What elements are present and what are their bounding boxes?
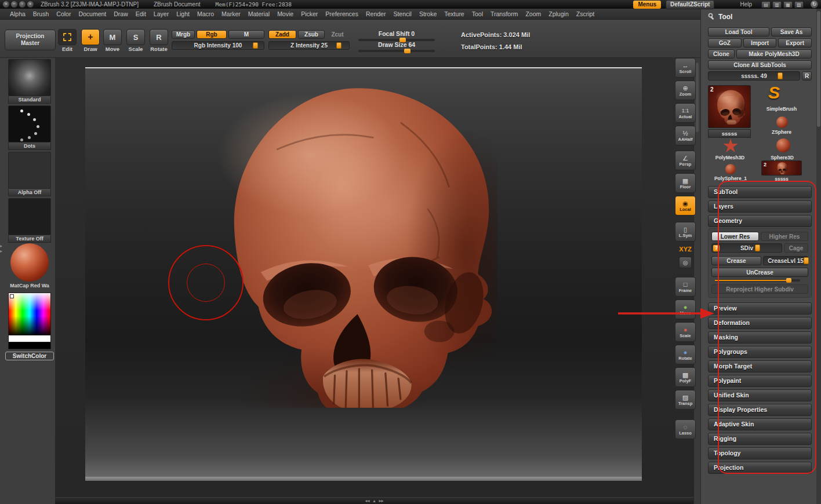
tool-section-header[interactable]: Polypaint: [708, 375, 812, 387]
tool-section-header[interactable]: Preview: [708, 302, 812, 315]
lower-res-button[interactable]: Lower Res: [711, 232, 759, 241]
menu-item[interactable]: Transform: [491, 10, 518, 17]
panel-divider-handle[interactable]: ▸▸: [0, 243, 2, 254]
simplebrush-thumbnail[interactable]: S: [768, 84, 780, 101]
menu-item[interactable]: Draw: [114, 10, 128, 17]
section-geometry[interactable]: Geometry: [708, 215, 812, 227]
sphere3d-thumbnail[interactable]: [776, 138, 790, 152]
menu-item[interactable]: Render: [366, 10, 386, 17]
main-color-swatch[interactable]: [8, 335, 51, 342]
tray-doc3-icon[interactable]: ▦: [783, 1, 793, 8]
section-layers[interactable]: Layers: [708, 200, 812, 213]
color-picker[interactable]: [8, 293, 51, 335]
switch-color-button[interactable]: SwitchColor: [5, 352, 54, 360]
texture-thumbnail[interactable]: [8, 198, 51, 235]
menu-item[interactable]: Document: [78, 10, 106, 17]
menu-item[interactable]: Movie: [277, 10, 293, 17]
zoom-button[interactable]: ⊕ Zoom: [675, 81, 696, 100]
focal-shift-slider[interactable]: Focal Shift 0: [358, 30, 435, 41]
scale-mode-button[interactable]: S Scale: [125, 29, 146, 52]
floor-button[interactable]: ▦ Floor: [675, 173, 696, 193]
scale-3d-button[interactable]: ● Scale: [675, 322, 696, 342]
load-tool-button[interactable]: Load Tool: [708, 27, 769, 36]
tool-section-header[interactable]: Polygroups: [708, 346, 812, 358]
crease-level-slider[interactable]: CreaseLvl 15: [763, 256, 808, 265]
canvas[interactable]: [55, 58, 693, 497]
alpha-selector[interactable]: Alpha Off: [8, 152, 51, 196]
z-intensity-slider[interactable]: Z Intensity 25: [268, 41, 350, 50]
menus-button[interactable]: Menus: [633, 1, 661, 9]
goz-button[interactable]: GoZ: [708, 38, 742, 48]
minimize-icon[interactable]: −: [11, 1, 17, 8]
sssss-thumbnail[interactable]: 2: [761, 160, 802, 176]
draw-size-slider[interactable]: Draw Size 64: [358, 41, 435, 52]
menu-item[interactable]: Light: [176, 10, 190, 17]
tray-doc4-icon[interactable]: ▧: [794, 1, 804, 8]
menu-item[interactable]: Picker: [301, 10, 318, 17]
menu-item[interactable]: Tool: [472, 10, 483, 17]
reproject-button[interactable]: Reproject Higher Subdiv: [711, 284, 808, 294]
scroll-right-icon[interactable]: ▸▸: [379, 498, 384, 503]
move-mode-button[interactable]: M Move: [102, 29, 123, 52]
stroke-selector[interactable]: Dots: [8, 105, 51, 150]
menu-item[interactable]: Brush: [33, 10, 49, 17]
maximize-icon[interactable]: ▫: [19, 1, 26, 8]
menu-item[interactable]: Edit: [136, 10, 146, 17]
tool-section-header[interactable]: Adaptive Skin: [708, 418, 812, 430]
help-menu[interactable]: Help: [740, 1, 752, 8]
clone-all-subtools-button[interactable]: Clone All SubTools: [708, 60, 812, 70]
tool-section-header[interactable]: Morph Target: [708, 360, 812, 372]
rgb-intensity-slider[interactable]: Rgb Intensity 100: [172, 41, 264, 50]
actual-size-button[interactable]: 1:1 Actual: [675, 103, 696, 123]
menu-item[interactable]: Material: [248, 10, 270, 17]
active-tool-thumbnail[interactable]: 2: [708, 85, 751, 128]
menu-item[interactable]: Layer: [154, 10, 169, 17]
menu-item[interactable]: Preferences: [325, 10, 358, 17]
import-button[interactable]: Import: [743, 38, 777, 48]
zcut-button[interactable]: Zcut: [326, 30, 349, 39]
frame-button[interactable]: □ Frame: [675, 277, 696, 297]
menu-item[interactable]: Marker: [221, 10, 241, 17]
menu-item[interactable]: Stroke: [419, 10, 437, 17]
refresh-icon[interactable]: ↻: [811, 1, 818, 8]
default-zscript-button[interactable]: DefaultZScript: [666, 0, 714, 9]
rotate-3d-button[interactable]: ● Rotate: [675, 345, 696, 364]
material-sphere[interactable]: [10, 243, 49, 282]
secondary-color-swatch[interactable]: [8, 342, 51, 349]
crease-button[interactable]: Crease: [711, 256, 761, 265]
texture-selector[interactable]: Texture Off: [8, 198, 51, 243]
lasso-button[interactable]: ◌ Lasso: [675, 419, 696, 439]
tray-doc2-icon[interactable]: ▥: [772, 1, 782, 8]
menu-item[interactable]: Zscript: [576, 10, 595, 17]
menu-item[interactable]: Color: [56, 10, 71, 17]
make-polymesh3d-button[interactable]: Make PolyMesh3D: [736, 49, 812, 59]
panel-scrollbar[interactable]: [816, 9, 821, 504]
polyf-button[interactable]: ▩ PolyF: [675, 367, 696, 387]
stroke-thumbnail[interactable]: [8, 105, 51, 143]
gyro-icon[interactable]: ◎: [679, 257, 692, 268]
menu-item[interactable]: Stencil: [393, 10, 412, 17]
uncrease-button[interactable]: UnCrease: [711, 268, 808, 277]
move-3d-button[interactable]: ● Move: [675, 300, 696, 319]
close-icon[interactable]: ×: [3, 1, 9, 8]
export-button[interactable]: Export: [778, 38, 812, 48]
xyz-button[interactable]: XYZ: [679, 244, 691, 254]
zsub-button[interactable]: Zsub: [298, 30, 325, 39]
lsym-button[interactable]: ▯ L.Sym: [675, 222, 696, 242]
section-subtool[interactable]: SubTool: [708, 186, 812, 198]
horizontal-scrollbar[interactable]: ◂◂ ▴ ▸▸: [55, 497, 693, 504]
m-button[interactable]: M: [228, 30, 264, 39]
transp-button[interactable]: ▨ Transp: [675, 390, 696, 410]
tool-section-header[interactable]: Display Properties: [708, 404, 812, 416]
zsphere-thumbnail[interactable]: [776, 116, 788, 128]
local-button[interactable]: ◉ Local: [675, 196, 696, 216]
draw-mode-button[interactable]: + Draw: [80, 29, 101, 52]
persp-button[interactable]: ∠ Persp: [675, 151, 696, 170]
projection-master-button[interactable]: Projection Master: [5, 30, 56, 50]
polysphere-thumbnail[interactable]: [725, 164, 736, 174]
menu-item[interactable]: Zplugin: [548, 10, 568, 17]
edit-mode-button[interactable]: Edit: [57, 29, 78, 52]
brush-thumbnail[interactable]: [8, 59, 51, 96]
tray-doc1-icon[interactable]: ▤: [761, 1, 771, 8]
tool-section-header[interactable]: Topology: [708, 447, 812, 459]
